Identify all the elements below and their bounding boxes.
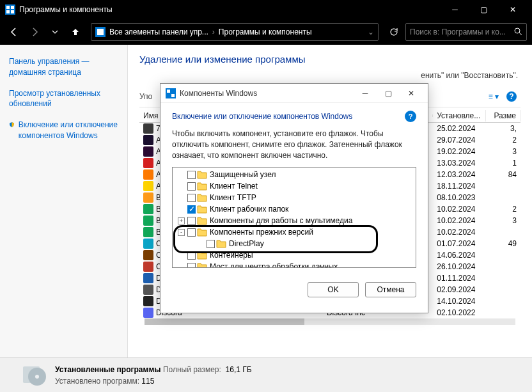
sidebar-link-home[interactable]: Панель управления — домашняя страница <box>9 56 118 78</box>
tree-item[interactable]: -Компоненты прежних версий <box>174 226 414 238</box>
features-dialog: Компоненты Windows ─ ▢ ✕ Включение или о… <box>160 83 428 313</box>
col-size[interactable]: Разме <box>486 110 520 122</box>
checkbox[interactable] <box>187 171 196 179</box>
checkbox[interactable] <box>187 263 196 269</box>
svg-rect-13 <box>171 94 175 97</box>
status-count-label: Установлено программ: <box>55 377 139 386</box>
sidebar: Панель управления — домашняя страница Пр… <box>0 45 128 357</box>
tree-item[interactable]: +Компоненты для работы с мультимедиа <box>174 215 414 226</box>
dialog-minimize[interactable]: ─ <box>354 84 377 103</box>
dialog-heading: Включение или отключение компонентов Win… <box>172 112 352 121</box>
col-date[interactable]: Установле... <box>433 110 486 122</box>
status-total-label: Полный размер: <box>163 365 221 374</box>
page-hint: енить" или "Восстановить". <box>139 71 520 80</box>
dialog-help-icon[interactable]: ? <box>405 111 416 122</box>
refresh-button[interactable] <box>385 23 403 41</box>
tree-item[interactable]: Мост для центра обработки данных <box>174 261 414 268</box>
svg-rect-3 <box>6 10 10 13</box>
navbar: Все элементы панели упр... › Программы и… <box>0 19 532 45</box>
tree-item[interactable]: Клиент TFTP <box>174 192 414 203</box>
tree-item[interactable]: Защищенный узел <box>174 169 414 180</box>
nav-recent[interactable] <box>46 23 64 41</box>
tree-item[interactable]: Клиент Telnet <box>174 180 414 192</box>
nav-forward[interactable] <box>26 23 43 41</box>
svg-rect-6 <box>97 29 104 35</box>
search-input[interactable]: Поиск в: Программы и ко... <box>405 23 527 41</box>
svg-rect-4 <box>11 10 14 13</box>
address-bar[interactable]: Все элементы панели упр... › Программы и… <box>91 23 379 41</box>
dialog-maximize[interactable]: ▢ <box>377 84 400 103</box>
statusbar: Установленные программы Полный размер: 1… <box>0 357 532 392</box>
tree-item[interactable]: ✓Клиент рабочих папок <box>174 203 414 215</box>
status-total-value: 16,1 ГБ <box>226 365 252 374</box>
titlebar: Программы и компоненты ─ ▢ ✕ <box>0 0 532 19</box>
close-button[interactable]: ✕ <box>498 0 527 19</box>
status-count-value: 115 <box>141 377 154 386</box>
dialog-titlebar: Компоненты Windows ─ ▢ ✕ <box>160 84 428 103</box>
checkbox[interactable] <box>187 194 196 202</box>
help-button[interactable]: ? <box>503 89 520 104</box>
svg-point-7 <box>515 28 520 33</box>
page-title: Удаление или изменение программы <box>139 54 520 65</box>
nav-up[interactable] <box>66 23 84 41</box>
app-icon <box>5 4 15 15</box>
breadcrumb-1[interactable]: Все элементы панели упр... <box>109 27 208 36</box>
sidebar-link-updates[interactable]: Просмотр установленных обновлений <box>9 88 118 110</box>
sidebar-link-features[interactable]: Включение или отключение компонентов Win… <box>19 120 118 141</box>
breadcrumb-2[interactable]: Программы и компоненты <box>219 27 312 36</box>
view-button[interactable]: ≡ ▾ <box>485 89 503 104</box>
tree-item[interactable]: DirectPlay <box>174 238 414 249</box>
svg-rect-1 <box>6 6 10 9</box>
h-scrollbar[interactable] <box>139 318 520 325</box>
expander[interactable]: - <box>178 229 185 236</box>
cancel-button[interactable]: Отмена <box>365 282 416 297</box>
dialog-desc: Чтобы включить компонент, установите его… <box>172 129 416 161</box>
dialog-close[interactable]: ✕ <box>400 84 423 103</box>
ok-button[interactable]: OK <box>308 282 359 297</box>
search-placeholder: Поиск в: Программы и ко... <box>410 27 506 36</box>
checkbox[interactable] <box>187 217 196 225</box>
dialog-title: Компоненты Windows <box>176 89 354 98</box>
disc-icon <box>22 363 47 388</box>
maximize-button[interactable]: ▢ <box>469 0 498 19</box>
svg-point-10 <box>35 375 39 379</box>
checkbox[interactable] <box>207 240 215 248</box>
status-title: Установленные программы <box>55 365 161 374</box>
svg-rect-12 <box>167 90 170 93</box>
tree-item[interactable]: Контейнеры <box>174 249 414 261</box>
checkbox[interactable]: ✓ <box>187 205 196 214</box>
minimize-button[interactable]: ─ <box>441 0 469 19</box>
svg-rect-2 <box>11 6 14 9</box>
cpl-icon <box>95 27 106 37</box>
checkbox[interactable] <box>187 251 196 260</box>
chevron-right-icon: › <box>212 27 215 36</box>
shield-icon <box>9 120 15 130</box>
nav-back[interactable] <box>5 23 23 41</box>
window-title: Программы и компоненты <box>19 5 441 14</box>
organize-button[interactable]: Упо <box>139 92 152 101</box>
checkbox[interactable] <box>187 182 196 191</box>
search-icon[interactable] <box>513 27 522 38</box>
chevron-down-icon[interactable]: ⌄ <box>368 27 374 36</box>
features-icon <box>166 88 176 98</box>
checkbox[interactable] <box>187 228 196 237</box>
expander[interactable]: + <box>178 217 185 224</box>
features-tree: Защищенный узелКлиент TelnetКлиент TFTP✓… <box>172 167 416 268</box>
